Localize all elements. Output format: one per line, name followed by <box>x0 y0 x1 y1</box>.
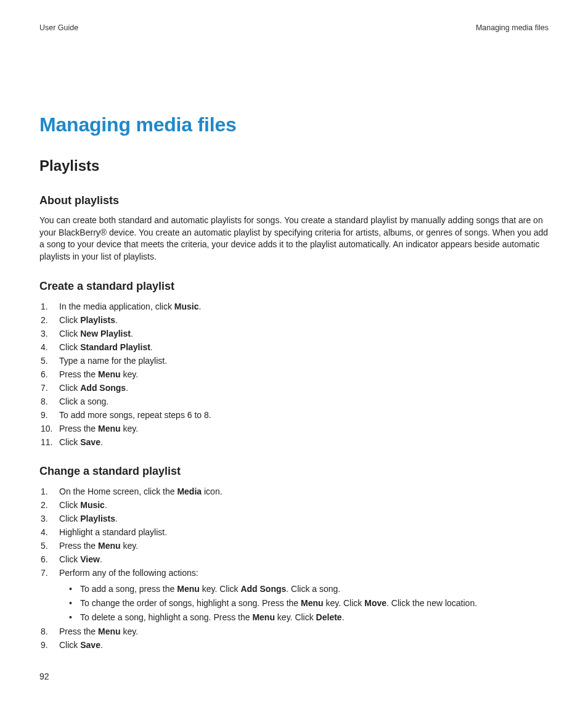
step-text: Highlight a standard playlist. <box>59 526 549 539</box>
step-item: 1.In the media application, click Music. <box>39 300 549 313</box>
step-item: 4.Highlight a standard playlist. <box>39 526 549 539</box>
step-text: Press the Menu key. <box>59 540 549 552</box>
step-item: 7.Click Add Songs. <box>39 382 549 395</box>
step-text: Click Save. <box>59 436 549 449</box>
step-number: 1. <box>39 485 59 498</box>
main-title: Managing media files <box>39 113 549 136</box>
step-text: Press the Menu key. <box>59 422 549 435</box>
step-text: Perform any of the following actions: <box>59 567 549 580</box>
page-number: 92 <box>39 671 49 681</box>
step-number: 8. <box>39 625 59 638</box>
step-text: Type a name for the playlist. <box>59 355 549 367</box>
bullet-wrap: To add a song, press the Menu key. Click… <box>39 580 549 625</box>
step-text: To add more songs, repeat steps 6 to 8. <box>59 409 549 422</box>
step-number: 9. <box>39 409 59 422</box>
step-number: 6. <box>39 368 59 381</box>
step-number: 9. <box>39 639 59 652</box>
step-item: 10.Press the Menu key. <box>39 422 549 435</box>
step-item: 8.Press the Menu key. <box>39 625 549 638</box>
change-steps: 1.On the Home screen, click the Media ic… <box>39 485 549 652</box>
step-text: Click a song. <box>59 395 549 408</box>
about-body: You can create both standard and automat… <box>39 215 549 263</box>
bullet-item: To add a song, press the Menu key. Click… <box>69 583 549 596</box>
create-steps: 1.In the media application, click Music.… <box>39 300 549 449</box>
step-item: 9.Click Save. <box>39 639 549 652</box>
step-text: Press the Menu key. <box>59 368 549 381</box>
step-number: 6. <box>39 553 59 566</box>
change-sub-actions: To add a song, press the Menu key. Click… <box>59 583 549 624</box>
step-text: Click New Playlist. <box>59 327 549 340</box>
header-left: User Guide <box>39 23 78 32</box>
step-item: 8.Click a song. <box>39 395 549 408</box>
step-item: 1.On the Home screen, click the Media ic… <box>39 485 549 498</box>
create-heading: Create a standard playlist <box>39 280 549 293</box>
change-heading: Change a standard playlist <box>39 465 549 478</box>
step-number: 7. <box>39 382 59 395</box>
step-number: 3. <box>39 512 59 525</box>
step-number: 2. <box>39 499 59 512</box>
step-text: Click Add Songs. <box>59 382 549 395</box>
step-number: 8. <box>39 395 59 408</box>
bullet-text: To add a song, press the Menu key. Click… <box>80 583 340 596</box>
about-heading: About playlists <box>39 194 549 207</box>
step-text: Click Save. <box>59 639 549 652</box>
step-text: Click Music. <box>59 499 549 512</box>
step-text: Click Playlists. <box>59 512 549 525</box>
step-item: 2.Click Music. <box>39 499 549 512</box>
step-item: 3.Click New Playlist. <box>39 327 549 340</box>
step-text: Click Standard Playlist. <box>59 341 549 354</box>
step-item: 6.Click View. <box>39 553 549 566</box>
step-number: 5. <box>39 355 59 367</box>
bullet-text: To delete a song, highlight a song. Pres… <box>80 611 345 625</box>
bullet-item: To change the order of songs, highlight … <box>69 597 549 610</box>
step-item: 4.Click Standard Playlist. <box>39 341 549 354</box>
step-item: 11.Click Save. <box>39 436 549 449</box>
step-number: 5. <box>39 540 59 552</box>
step-item: 6.Press the Menu key. <box>39 368 549 381</box>
step-number: 7. <box>39 567 59 580</box>
step-text: In the media application, click Music. <box>59 300 549 313</box>
page-header: User Guide Managing media files <box>39 23 549 32</box>
step-item: 9.To add more songs, repeat steps 6 to 8… <box>39 409 549 422</box>
header-right: Managing media files <box>476 23 549 32</box>
step-item: 5.Type a name for the playlist. <box>39 355 549 367</box>
section-title: Playlists <box>39 157 549 174</box>
page: User Guide Managing media files Managing… <box>0 0 588 706</box>
step-item: 2.Click Playlists. <box>39 314 549 327</box>
bullet-text: To change the order of songs, highlight … <box>80 597 477 610</box>
step-number: 2. <box>39 314 59 327</box>
step-text: On the Home screen, click the Media icon… <box>59 485 549 498</box>
step-text: Click Playlists. <box>59 314 549 327</box>
step-number: 3. <box>39 327 59 340</box>
step-number: 4. <box>39 341 59 354</box>
bullet-item: To delete a song, highlight a song. Pres… <box>69 611 549 625</box>
step-item: 7.Perform any of the following actions: <box>39 567 549 580</box>
step-number: 4. <box>39 526 59 539</box>
step-number: 11. <box>39 436 59 449</box>
step-text: Click View. <box>59 553 549 566</box>
step-text: Press the Menu key. <box>59 625 549 638</box>
step-number: 1. <box>39 300 59 313</box>
step-item: 5.Press the Menu key. <box>39 540 549 552</box>
step-item: 3.Click Playlists. <box>39 512 549 525</box>
step-number: 10. <box>39 422 59 435</box>
